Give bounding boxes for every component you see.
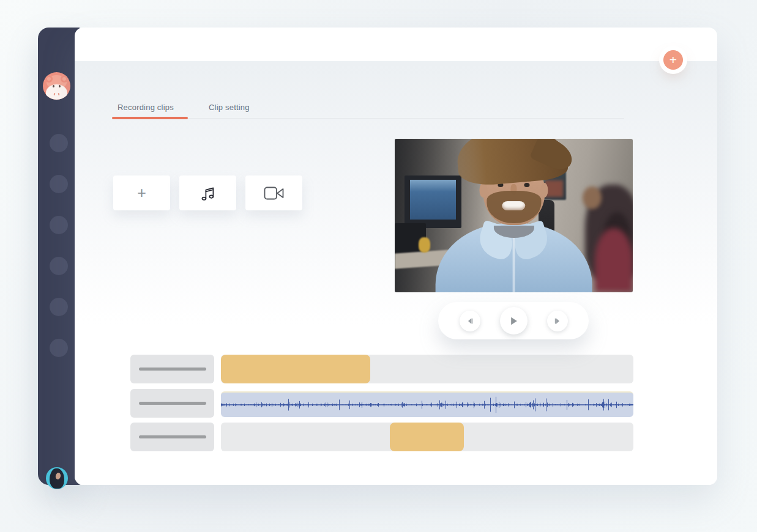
clip-toolbar: + (113, 175, 302, 210)
step-forward-icon (553, 317, 562, 325)
playback-controls (438, 302, 589, 339)
app-window: + Recording clips Clip setting + (0, 0, 757, 532)
track-1-clip[interactable] (221, 355, 370, 383)
sidebar (38, 28, 80, 485)
video-camera-icon (264, 185, 285, 201)
audio-track-row (221, 391, 633, 417)
add-clip-button[interactable]: + (113, 175, 170, 210)
audio-waveform-canvas[interactable] (221, 393, 633, 417)
tab-clip-setting[interactable]: Clip setting (209, 103, 250, 112)
track-1-handle[interactable] (130, 355, 214, 383)
sidebar-nav (38, 134, 80, 380)
step-forward-button[interactable] (547, 311, 568, 331)
sidebar-nav-dot[interactable] (50, 175, 68, 193)
track-2-handle[interactable] (130, 389, 214, 418)
video-preview[interactable] (395, 139, 633, 292)
sidebar-nav-dot[interactable] (50, 134, 68, 152)
play-button[interactable] (500, 307, 528, 334)
track-1-row (221, 355, 633, 383)
drag-grip (139, 435, 206, 438)
music-note-icon (198, 183, 218, 203)
track-3-clip[interactable] (390, 423, 464, 451)
step-back-button[interactable] (460, 311, 480, 331)
main-panel: + Recording clips Clip setting + (75, 28, 717, 485)
drag-grip (139, 402, 206, 405)
sidebar-nav-dot[interactable] (50, 216, 68, 234)
track-3-row (221, 423, 633, 451)
sidebar-nav-dot[interactable] (50, 257, 68, 275)
drag-grip (139, 368, 206, 371)
step-backward-icon (466, 317, 474, 325)
active-tab-indicator (112, 117, 188, 119)
add-button[interactable]: + (663, 50, 683, 70)
tab-recording-clips[interactable]: Recording clips (117, 103, 174, 112)
plus-icon: + (137, 185, 146, 201)
plus-icon: + (663, 51, 683, 69)
tab-divider (112, 118, 624, 119)
track-3-handle[interactable] (130, 423, 214, 451)
app-logo[interactable] (43, 72, 70, 100)
sidebar-nav-dot[interactable] (50, 339, 68, 357)
add-music-button[interactable] (179, 175, 236, 210)
tab-bar: Recording clips Clip setting (112, 103, 624, 120)
sidebar-nav-dot[interactable] (50, 298, 68, 316)
user-avatar[interactable] (46, 467, 68, 489)
play-icon (508, 316, 519, 327)
add-video-button[interactable] (245, 175, 302, 210)
